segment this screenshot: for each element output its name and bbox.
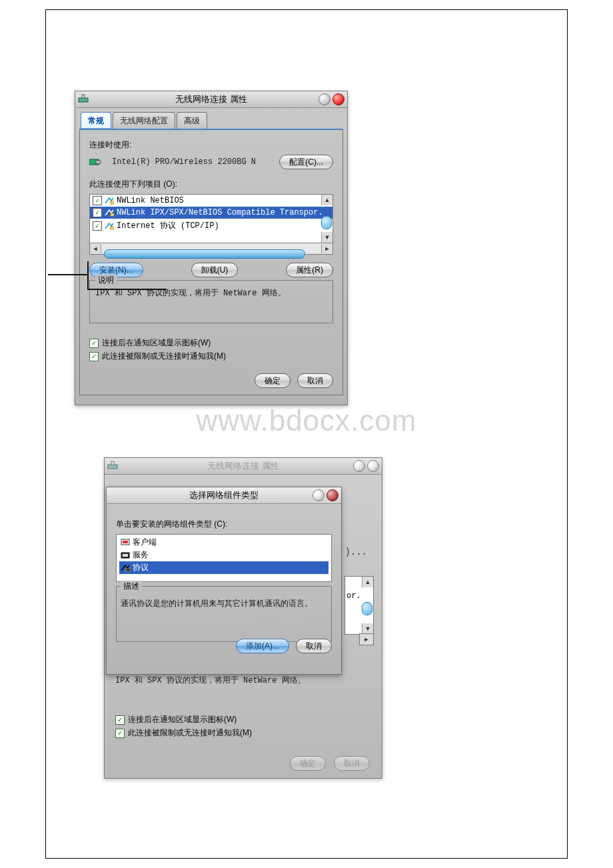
checkbox-icon[interactable] (89, 339, 99, 348)
svg-rect-0 (79, 98, 88, 102)
scrollbar-thumb[interactable] (321, 216, 332, 229)
client-icon (121, 539, 130, 547)
window-title: 无线网络连接 属性 (109, 460, 378, 472)
tab-strip: 常规 无线网络配置 高级 (81, 112, 347, 129)
checkbox-icon[interactable] (93, 221, 102, 231)
scroll-right-icon[interactable]: ► (321, 244, 332, 253)
tab-panel-general: 连接时使用: Intel(R) PRO/Wireless 2200BG N 配置… (79, 129, 343, 395)
protocol-icon (105, 222, 114, 230)
description-text: IPX 和 SPX 协议的实现，将用于 NetWare 网络。 (95, 287, 327, 299)
checkbox-icon (115, 729, 125, 738)
scroll-up-icon[interactable]: ▲ (321, 195, 332, 205)
listbox-peek: ▲ or. ▼ (344, 576, 374, 635)
protocol-icon (105, 209, 114, 217)
network-adapter-icon (89, 157, 101, 167)
svg-rect-13 (127, 569, 130, 571)
show-icon-checkbox: 连接后在通知区域显示图标(W) (115, 714, 252, 725)
list-item[interactable]: NWLink IPX/SPX/NetBIOS Compatible Transp… (90, 207, 332, 219)
bg-description-text: IPX 和 SPX 协议的实现，将用于 NetWare 网络。 (115, 675, 306, 686)
minimize-icon (353, 460, 365, 472)
list-item[interactable]: 协议 (119, 561, 328, 574)
window-icon (78, 94, 89, 103)
titlebar[interactable]: 无线网络连接 属性 (75, 91, 347, 108)
notify-checkbox[interactable]: 此连接被限制或无连接时通知我(M) (89, 351, 333, 362)
scroll-down-icon[interactable]: ▼ (321, 232, 332, 243)
properties-button[interactable]: 属性(R) (286, 263, 333, 277)
list-item-label: NWLink IPX/SPX/NetBIOS Compatible Transp… (117, 208, 323, 217)
prompt-label: 单击要安装的网络组件类型 (C): (116, 519, 332, 530)
checkbox-icon[interactable] (89, 352, 99, 361)
list-item[interactable]: 客户端 (119, 536, 328, 549)
properties-dialog: 无线网络连接 属性 常规 无线网络配置 高级 连接时使用: Intel(R) P… (75, 91, 348, 405)
svg-rect-10 (123, 541, 128, 543)
items-label: 此连接使用下列项目 (O): (89, 179, 333, 190)
scroll-down-icon: ▼ (362, 623, 373, 634)
close-icon[interactable] (332, 93, 344, 105)
tab-advanced[interactable]: 高级 (177, 112, 207, 129)
ok-button[interactable]: 确定 (255, 373, 291, 388)
adapter-name: Intel(R) PRO/Wireless 2200BG N (109, 155, 274, 169)
truncated-text: )... (344, 547, 367, 557)
horizontal-scrollbar[interactable]: ◄ ► (89, 243, 333, 255)
close-icon[interactable] (326, 489, 338, 501)
list-item[interactable]: NWLink NetBIOS (90, 195, 332, 207)
show-icon-checkbox[interactable]: 连接后在通知区域显示图标(W) (89, 337, 333, 349)
uninstall-button[interactable]: 卸载(U) (191, 263, 239, 277)
titlebar[interactable]: 选择网络组件类型 (107, 487, 341, 504)
service-icon (121, 551, 130, 559)
svg-rect-7 (108, 465, 117, 469)
checkbox-label: 连接后在通知区域显示图标(W) (128, 714, 237, 725)
window-title: 选择网络组件类型 (111, 489, 337, 501)
protocol-icon (105, 197, 114, 205)
svg-rect-5 (111, 213, 114, 216)
description-group: 描述 通讯协议是您的计算机用来与其它计算机通讯的语言。 (116, 586, 332, 642)
list-item[interactable]: 服务 (119, 549, 328, 561)
protocol-icon (121, 564, 130, 572)
scroll-up-icon: ▲ (362, 577, 373, 587)
checkbox-icon[interactable] (93, 208, 102, 217)
window-title: 无线网络连接 属性 (79, 93, 343, 105)
select-component-type-dialog: 选择网络组件类型 单击要安装的网络组件类型 (C): 客户端 服务 (106, 487, 342, 675)
list-item-label: 客户端 (133, 537, 157, 548)
minimize-icon[interactable] (312, 489, 324, 501)
list-item-label: NWLink NetBIOS (117, 196, 184, 205)
checkbox-label: 此连接被限制或无连接时通知我(M) (102, 351, 226, 362)
properties-dialog-bg: 无线网络连接 属性 )... ▲ or. ▼ ► 选择网络组件类型 (104, 457, 382, 779)
checkbox-icon (115, 715, 125, 725)
svg-rect-3 (96, 161, 101, 163)
svg-rect-6 (111, 227, 114, 229)
description-group: 说明 IPX 和 SPX 协议的实现，将用于 NetWare 网络。 (89, 280, 333, 323)
minimize-icon[interactable] (318, 93, 330, 105)
cancel-button[interactable]: 取消 (297, 373, 333, 388)
description-caption: 描述 (121, 581, 142, 592)
description-caption: 说明 (95, 275, 117, 286)
list-item-label: Internet 协议 (TCP/IP) (117, 220, 219, 231)
checkbox-icon[interactable] (93, 196, 102, 205)
add-button[interactable]: 添加(A)... (236, 639, 289, 653)
connect-using-label: 连接时使用: (89, 139, 333, 151)
checkbox-label: 连接后在通知区域显示图标(W) (102, 337, 211, 349)
cancel-button[interactable]: 取消 (296, 639, 332, 653)
close-icon (367, 460, 379, 472)
checkbox-label: 此连接被限制或无连接时通知我(M) (128, 727, 252, 739)
tab-wireless[interactable]: 无线网络配置 (113, 112, 175, 129)
h-scrollbar-thumb[interactable] (104, 249, 305, 259)
ok-button: 确定 (290, 756, 326, 771)
svg-rect-1 (82, 95, 85, 98)
scrollbar-thumb (362, 602, 372, 615)
cancel-button: 取消 (334, 756, 370, 771)
description-text: 通讯协议是您的计算机用来与其它计算机通讯的语言。 (121, 599, 327, 609)
watermark-text: www.bdocx.com (0, 404, 613, 437)
scroll-right-icon: ► (359, 633, 374, 645)
list-item-label: 协议 (133, 562, 149, 573)
list-item[interactable]: Internet 协议 (TCP/IP) (90, 219, 332, 233)
scroll-left-icon[interactable]: ◄ (90, 244, 101, 253)
components-listbox[interactable]: NWLink NetBIOS NWLink IPX/SPX/NetBIOS Co… (89, 194, 333, 243)
notify-checkbox: 此连接被限制或无连接时通知我(M) (115, 727, 252, 739)
configure-button[interactable]: 配置(C)... (279, 155, 333, 169)
window-icon (107, 461, 118, 470)
component-type-listbox[interactable]: 客户端 服务 协议 (116, 534, 332, 582)
svg-rect-8 (111, 461, 114, 465)
svg-rect-4 (111, 201, 114, 204)
tab-general[interactable]: 常规 (81, 112, 111, 129)
